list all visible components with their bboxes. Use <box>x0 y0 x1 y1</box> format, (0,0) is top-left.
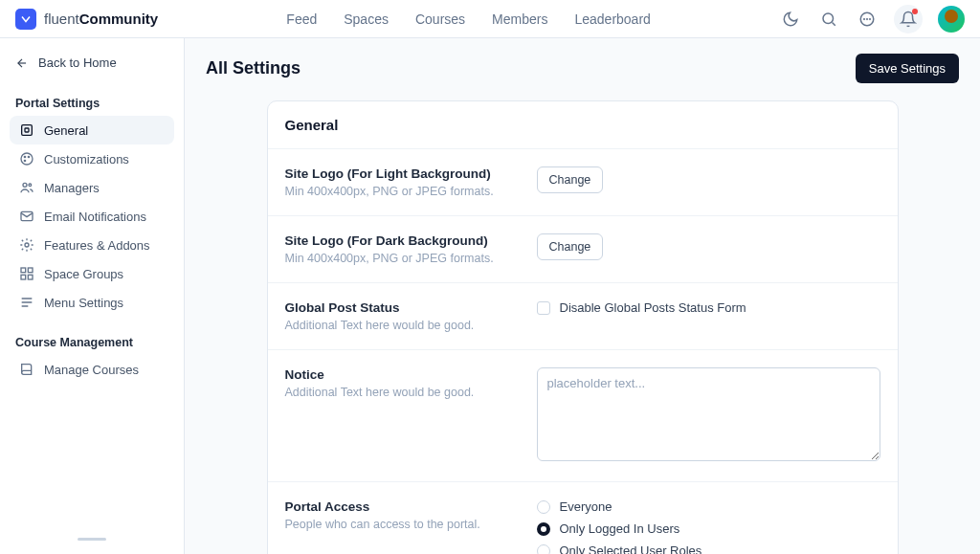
square-icon <box>19 122 34 138</box>
sidebar-item-label: Managers <box>44 181 100 195</box>
brand-name: fluentCommunity <box>44 11 158 27</box>
search-icon[interactable] <box>817 8 840 31</box>
sidebar-item-label: Email Notifications <box>44 210 146 224</box>
sidebar-item-menu-settings[interactable]: Menu Settings <box>10 288 174 317</box>
nav-leaderboard[interactable]: Leaderboard <box>574 11 650 27</box>
main-content: All Settings Save Settings General Site … <box>185 38 980 554</box>
row-portal-access: Portal Access People who can access to t… <box>268 482 898 554</box>
mail-icon <box>19 209 34 224</box>
sidebar-item-label: Features & Addons <box>44 238 150 253</box>
top-nav: Feed Spaces Courses Members Leaderboard <box>158 11 779 27</box>
back-to-home[interactable]: Back to Home <box>10 52 174 74</box>
palette-icon <box>19 151 34 166</box>
radio-label: Everyone <box>560 499 612 514</box>
row-logo-dark: Site Logo (For Dark Background) Min 400x… <box>268 216 898 283</box>
sidebar-item-label: Space Groups <box>44 267 123 281</box>
sidebar-item-label: General <box>44 123 88 138</box>
sidebar-item-customizations[interactable]: Customizations <box>10 144 174 173</box>
sidebar-item-label: Manage Courses <box>44 363 139 377</box>
sidebar-section-portal: Portal Settings <box>10 91 174 116</box>
setting-title: Notice <box>285 367 520 382</box>
setting-desc: Min 400x400px, PNG or JPEG formats. <box>285 185 520 198</box>
disable-global-posts-checkbox[interactable]: Disable Global Posts Status Form <box>537 300 880 315</box>
setting-desc: Min 400x400px, PNG or JPEG formats. <box>285 252 520 265</box>
checkbox-label: Disable Global Posts Status Form <box>560 300 746 315</box>
setting-desc: People who can access to the portal. <box>285 518 520 531</box>
sidebar-item-space-groups[interactable]: Space Groups <box>10 259 174 288</box>
svg-rect-18 <box>28 275 33 279</box>
svg-rect-17 <box>21 275 26 279</box>
brand-logo-icon <box>15 9 36 30</box>
svg-rect-5 <box>22 125 33 136</box>
chat-icon[interactable] <box>856 8 879 31</box>
radio-label: Only Logged In Users <box>560 521 680 536</box>
setting-title: Portal Access <box>285 499 520 514</box>
notice-textarea[interactable] <box>537 367 880 461</box>
svg-point-7 <box>21 153 33 165</box>
svg-point-3 <box>867 18 868 19</box>
svg-point-10 <box>24 160 25 161</box>
radio-checked-icon <box>537 522 550 536</box>
card-title: General <box>268 101 898 149</box>
portal-access-everyone-radio[interactable]: Everyone <box>537 499 880 514</box>
svg-rect-6 <box>25 128 29 132</box>
gear-icon <box>19 237 34 253</box>
sidebar-item-email[interactable]: Email Notifications <box>10 202 174 231</box>
svg-point-11 <box>23 183 27 187</box>
svg-point-0 <box>823 13 834 24</box>
dark-mode-icon[interactable] <box>779 8 802 31</box>
svg-point-14 <box>25 243 29 247</box>
back-label: Back to Home <box>38 55 117 70</box>
top-bar: fluentCommunity Feed Spaces Courses Memb… <box>0 0 980 38</box>
sidebar-item-managers[interactable]: Managers <box>10 173 174 202</box>
menu-icon <box>19 295 34 310</box>
sidebar-item-label: Customizations <box>44 152 129 166</box>
setting-title: Site Logo (For Dark Background) <box>285 233 520 248</box>
svg-point-12 <box>29 184 32 187</box>
top-actions <box>779 5 965 33</box>
brand[interactable]: fluentCommunity <box>15 9 158 30</box>
grid-icon <box>19 266 34 281</box>
sidebar-item-features[interactable]: Features & Addons <box>10 231 174 259</box>
book-icon <box>19 362 34 377</box>
row-notice: Notice Additional Text here would be goo… <box>268 350 898 482</box>
row-logo-light: Site Logo (For Light Background) Min 400… <box>268 149 898 216</box>
nav-spaces[interactable]: Spaces <box>344 11 389 27</box>
svg-point-9 <box>28 156 29 157</box>
svg-point-8 <box>24 156 25 157</box>
setting-title: Global Post Status <box>285 300 520 315</box>
settings-card: General Site Logo (For Light Background)… <box>267 100 899 554</box>
row-global-post-status: Global Post Status Additional Text here … <box>268 283 898 350</box>
drag-handle-icon <box>78 538 106 541</box>
nav-courses[interactable]: Courses <box>415 11 465 27</box>
sidebar: Back to Home Portal Settings General Cus… <box>0 38 185 554</box>
setting-desc: Additional Text here would be good. <box>285 386 520 399</box>
change-logo-dark-button[interactable]: Change <box>537 233 604 260</box>
setting-title: Site Logo (For Light Background) <box>285 166 520 181</box>
portal-access-roles-radio[interactable]: Only Selected User Roles <box>537 543 880 554</box>
change-logo-light-button[interactable]: Change <box>537 166 604 193</box>
sidebar-section-course: Course Management <box>10 330 174 355</box>
sidebar-item-label: Menu Settings <box>44 296 123 310</box>
nav-feed[interactable]: Feed <box>286 11 317 27</box>
notification-icon[interactable] <box>894 5 923 33</box>
sidebar-item-manage-courses[interactable]: Manage Courses <box>10 355 174 384</box>
page-title: All Settings <box>206 58 301 78</box>
svg-rect-16 <box>28 268 33 273</box>
radio-icon <box>537 544 550 555</box>
sidebar-item-general[interactable]: General <box>10 116 174 144</box>
notification-dot-icon <box>912 9 918 14</box>
svg-rect-15 <box>21 268 26 273</box>
arrow-left-icon <box>15 56 29 70</box>
radio-icon <box>537 500 550 514</box>
checkbox-icon <box>537 301 550 315</box>
nav-members[interactable]: Members <box>492 11 547 27</box>
main-header: All Settings Save Settings <box>206 54 959 83</box>
save-settings-button[interactable]: Save Settings <box>856 54 959 83</box>
portal-access-logged-in-radio[interactable]: Only Logged In Users <box>537 521 880 536</box>
users-icon <box>19 180 34 195</box>
svg-point-2 <box>864 18 865 19</box>
avatar[interactable] <box>938 6 965 33</box>
radio-label: Only Selected User Roles <box>560 543 702 554</box>
setting-desc: Additional Text here would be good. <box>285 319 520 332</box>
